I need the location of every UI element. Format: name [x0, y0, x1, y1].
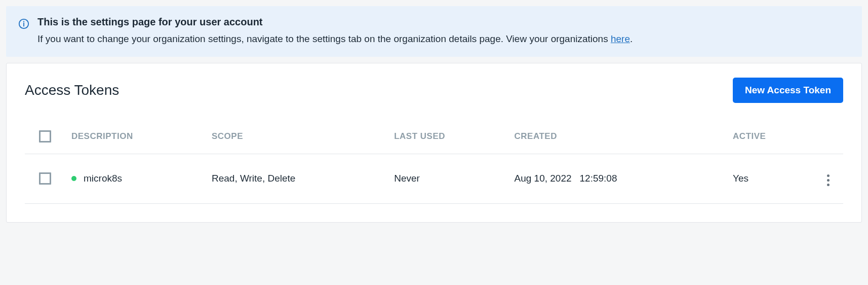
select-all-checkbox[interactable] [39, 130, 51, 142]
token-scope: Read, Write, Delete [206, 154, 388, 203]
header-description: DESCRIPTION [65, 121, 206, 154]
table-row: microk8s Read, Write, Delete Never Aug 1… [25, 154, 843, 203]
token-created-date: Aug 10, 2022 [515, 173, 572, 184]
token-created-time: 12:59:08 [580, 173, 617, 184]
header-scope: SCOPE [206, 121, 388, 154]
token-description: microk8s [84, 173, 122, 184]
svg-point-2 [23, 21, 24, 22]
banner-title: This is the settings page for your user … [37, 16, 850, 28]
row-actions-menu-icon[interactable] [824, 171, 833, 189]
token-last-used: Never [388, 154, 508, 203]
new-access-token-button[interactable]: New Access Token [733, 78, 843, 103]
row-checkbox[interactable] [39, 172, 51, 185]
info-banner: This is the settings page for your user … [6, 6, 862, 57]
access-tokens-card: Access Tokens New Access Token DESCRIPTI… [6, 63, 862, 223]
banner-subtitle-text: If you want to change your organization … [37, 33, 611, 44]
banner-suffix: . [630, 33, 633, 44]
header-last-used: LAST USED [388, 121, 508, 154]
header-created: CREATED [508, 121, 727, 154]
banner-subtitle: If you want to change your organization … [37, 32, 850, 47]
info-icon [18, 16, 29, 29]
organizations-link[interactable]: here [611, 33, 630, 44]
card-title: Access Tokens [25, 82, 119, 98]
header-active: ACTIVE [727, 121, 813, 154]
token-active: Yes [727, 154, 813, 203]
tokens-table: DESCRIPTION SCOPE LAST USED CREATED ACTI… [25, 121, 843, 204]
status-dot-icon [71, 176, 76, 181]
